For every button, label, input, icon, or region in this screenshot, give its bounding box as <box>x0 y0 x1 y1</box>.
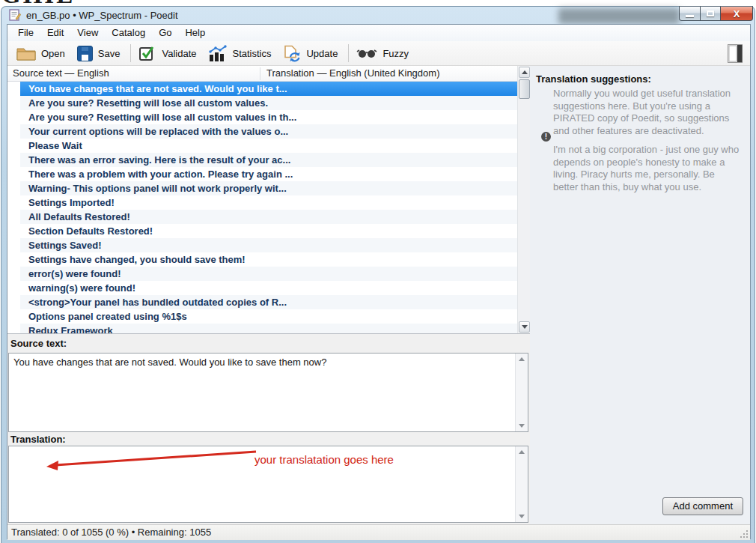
translation-label: Translation: <box>7 432 530 446</box>
aero-glass-blur <box>558 8 680 24</box>
title-bar[interactable]: en_GB.po • WP_Spectrum - Poedit X <box>1 7 755 24</box>
annotation-text: your translatation goes here <box>254 453 394 466</box>
menu-catalog[interactable]: Catalog <box>105 25 152 41</box>
toolbar-separator <box>130 44 131 62</box>
maximize-icon <box>707 10 714 16</box>
triangle-down-icon <box>519 424 525 428</box>
poedit-window: en_GB.po • WP_Spectrum - Poedit X File E… <box>1 6 755 543</box>
save-label: Save <box>98 48 121 59</box>
add-comment-button[interactable]: Add comment <box>662 497 743 515</box>
list-row[interactable]: Are you sure? Resetting will lose all cu… <box>20 110 517 124</box>
triangle-down-icon <box>519 515 525 518</box>
triangle-up-icon <box>522 70 528 74</box>
source-scrollbar[interactable] <box>515 354 528 431</box>
source-text-box[interactable]: You have changes that are not saved. Wou… <box>8 353 528 432</box>
status-bar: Translated: 0 of 1055 (0 %) • Remaining:… <box>7 524 750 540</box>
triangle-down-icon <box>522 325 528 329</box>
client-area: File Edit View Catalog Go Help Open <box>7 24 751 539</box>
column-header-translation[interactable]: Translation — English (United Kingdom) <box>266 66 439 81</box>
close-icon: X <box>734 8 740 19</box>
toolbar: Open Save Validate <box>7 41 750 66</box>
list-row[interactable]: warning(s) were found! <box>20 281 517 295</box>
suggestions-paragraph-1: Normally you would get useful translatio… <box>553 88 742 137</box>
scroll-thumb[interactable] <box>519 79 530 99</box>
list-row[interactable]: Your current options will be replaced wi… <box>20 124 517 139</box>
menu-go[interactable]: Go <box>152 25 178 41</box>
list-row[interactable]: You have changes that are not saved. Wou… <box>20 82 517 96</box>
folder-open-icon <box>16 46 36 61</box>
open-label: Open <box>41 48 65 59</box>
list-row[interactable]: Options panel created using %1$s <box>20 309 517 324</box>
exclamation-icon: ! <box>541 132 551 142</box>
checkbox-validate-icon <box>138 45 156 61</box>
list-row[interactable]: <strong>Your panel has bundled outdated … <box>20 295 517 309</box>
statistics-label: Statistics <box>232 48 271 59</box>
triangle-up-icon <box>519 357 525 361</box>
list-row[interactable]: error(s) were found! <box>20 267 517 281</box>
source-text-label: Source text: <box>7 334 530 353</box>
statistics-button[interactable]: Statistics <box>204 43 278 64</box>
update-button[interactable]: Update <box>278 43 345 64</box>
list-scrollbar[interactable] <box>517 66 530 334</box>
triangle-up-icon <box>519 450 525 454</box>
validate-label: Validate <box>162 48 196 59</box>
source-text-value: You have changes that are not saved. Wou… <box>13 357 510 368</box>
save-button[interactable]: Save <box>73 43 128 64</box>
suggestions-paragraph-2: I'm not a big corporation - just one guy… <box>553 144 742 193</box>
scroll-down-button[interactable] <box>519 321 530 333</box>
column-divider[interactable] <box>260 67 260 80</box>
left-panel: Source text — English Translation — Engl… <box>7 66 530 524</box>
list-rows: You have changes that are not saved. Wou… <box>7 82 517 333</box>
validate-button[interactable]: Validate <box>134 43 204 64</box>
maximize-button[interactable] <box>701 6 721 21</box>
window-title: en_GB.po • WP_Spectrum - Poedit <box>26 7 178 24</box>
list-row[interactable]: There was an error saving. Here is the r… <box>20 153 517 167</box>
list-row[interactable]: Redux Framework <box>20 324 517 333</box>
main-area: Source text — English Translation — Engl… <box>7 66 750 524</box>
close-button[interactable]: X <box>721 6 753 21</box>
list-header: Source text — English Translation — Engl… <box>7 66 530 82</box>
window-controls: X <box>679 6 753 21</box>
list-row[interactable]: Settings Saved! <box>20 238 517 252</box>
list-row[interactable]: Settings have changed, you should save t… <box>20 252 517 267</box>
menu-edit[interactable]: Edit <box>40 25 70 41</box>
list-row[interactable]: Settings Imported! <box>20 195 517 210</box>
list-row[interactable]: Warning- This options panel will not wor… <box>20 181 517 195</box>
translation-list[interactable]: Source text — English Translation — Engl… <box>7 66 530 334</box>
list-row[interactable]: Please Wait <box>20 139 517 153</box>
menu-file[interactable]: File <box>11 25 40 41</box>
scroll-up-button[interactable] <box>519 67 530 78</box>
list-row[interactable]: Section Defaults Restored! <box>20 224 517 238</box>
translation-input-box[interactable]: your translatation goes here <box>8 446 528 523</box>
minimize-button[interactable] <box>679 6 701 21</box>
list-row[interactable]: There was a problem with your action. Pl… <box>20 167 517 181</box>
menu-bar: File Edit View Catalog Go Help <box>7 25 750 41</box>
bar-chart-icon <box>208 45 227 61</box>
column-header-source[interactable]: Source text — English <box>13 66 109 81</box>
suggestions-title: Translation suggestions: <box>536 73 651 85</box>
sidebar-toggle-icon <box>728 44 743 63</box>
menu-view[interactable]: View <box>70 25 105 41</box>
screen: GHIL. en_GB.po • WP_Spectrum - Poedit X … <box>0 0 756 543</box>
resize-grip[interactable] <box>746 536 748 538</box>
fuzzy-label: Fuzzy <box>382 48 409 59</box>
update-label: Update <box>306 48 338 59</box>
toolbar-separator <box>348 44 349 62</box>
menu-help[interactable]: Help <box>178 25 212 41</box>
minimize-icon <box>686 15 694 17</box>
list-row[interactable]: Are you sure? Resetting will lose all cu… <box>20 96 517 110</box>
refresh-update-icon <box>283 45 301 62</box>
status-text: Translated: 0 of 1055 (0 %) • Remaining:… <box>11 525 211 540</box>
floppy-save-icon <box>77 46 93 61</box>
translation-scrollbar[interactable] <box>515 446 528 522</box>
open-button[interactable]: Open <box>12 43 73 64</box>
list-row[interactable]: All Defaults Restored! <box>20 210 517 224</box>
fuzzy-button[interactable]: Fuzzy <box>352 43 416 64</box>
poedit-app-icon <box>9 9 21 21</box>
sidebar-toggle-button[interactable] <box>726 44 744 63</box>
suggestions-sidebar: Translation suggestions: Normally you wo… <box>530 66 750 524</box>
glasses-fuzzy-icon <box>356 47 377 59</box>
